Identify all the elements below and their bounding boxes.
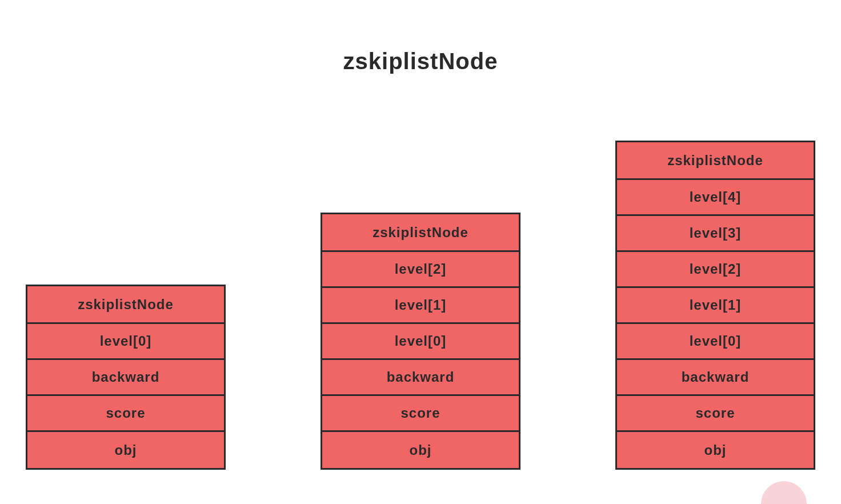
node-cell: backward <box>322 360 519 396</box>
node-cell: level[0] <box>27 324 224 360</box>
node-cell: score <box>322 396 519 432</box>
node-cell: level[1] <box>617 288 814 324</box>
node-cell: score <box>617 396 814 432</box>
node-cell: obj <box>617 432 814 468</box>
node-cell: backward <box>617 360 814 396</box>
skiplist-node-0: zskiplistNode level[0] backward score ob… <box>26 285 226 470</box>
node-cell: level[0] <box>617 324 814 360</box>
node-cell: backward <box>27 360 224 396</box>
node-cell: level[2] <box>322 252 519 288</box>
skiplist-node-1: zskiplistNode level[2] level[1] level[0]… <box>321 213 520 470</box>
decorative-circle <box>761 481 807 504</box>
nodes-container: zskiplistNode level[0] backward score ob… <box>26 141 815 470</box>
node-header: zskiplistNode <box>617 142 814 180</box>
node-cell: obj <box>27 432 224 468</box>
skiplist-node-2: zskiplistNode level[4] level[3] level[2]… <box>615 141 815 470</box>
node-cell: level[3] <box>617 216 814 252</box>
node-cell: level[1] <box>322 288 519 324</box>
node-cell: level[4] <box>617 180 814 216</box>
node-header: zskiplistNode <box>322 214 519 252</box>
node-cell: score <box>27 396 224 432</box>
diagram-title: zskiplistNode <box>0 49 841 74</box>
node-cell: level[0] <box>322 324 519 360</box>
node-cell: obj <box>322 432 519 468</box>
node-header: zskiplistNode <box>27 286 224 324</box>
node-cell: level[2] <box>617 252 814 288</box>
